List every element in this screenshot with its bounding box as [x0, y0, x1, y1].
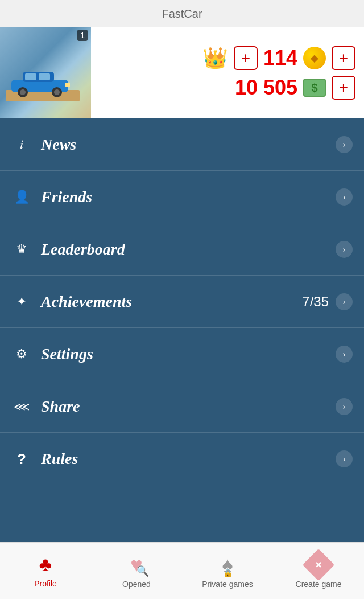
tab-opened-label: Opened [122, 580, 151, 589]
svg-rect-9 [65, 83, 70, 87]
svg-point-8 [54, 89, 60, 95]
coin-icon [303, 47, 326, 69]
menu-label-share: Share [41, 397, 336, 416]
menu-label-achievements: Achievements [41, 293, 302, 311]
add-money-button[interactable]: + [332, 76, 355, 100]
menu-item-settings[interactable]: ⚙ Settings › [0, 328, 364, 380]
tab-bar: ♣ Profile ♥ 🔍 Opened ♠ 🔒 Private games +… [0, 542, 364, 599]
rules-chevron: › [336, 450, 353, 467]
crown-icon: 👑 [202, 46, 228, 70]
tab-profile[interactable]: ♣ Profile [0, 543, 91, 599]
achievements-icon: ✦ [11, 294, 32, 309]
create-game-icon: + [307, 553, 330, 576]
money-icon [303, 79, 326, 97]
magnifier-icon: 🔍 [136, 565, 149, 577]
profile-image [0, 27, 91, 118]
tab-create-game-label: Create game [296, 580, 342, 589]
money-stat-row: 10 505 + [100, 76, 355, 100]
crown-stat-row: 👑 + 114 + [100, 46, 355, 70]
svg-rect-3 [25, 73, 36, 80]
opened-icon: ♥ 🔍 [125, 553, 148, 576]
add-coin-button[interactable]: + [332, 46, 355, 70]
club-icon: ♣ [39, 553, 52, 576]
news-chevron: › [336, 136, 353, 153]
menu-label-news: News [41, 136, 336, 154]
menu-label-rules: Rules [41, 450, 336, 468]
achievements-value: 7/35 [302, 294, 329, 310]
private-games-icon: ♠ 🔒 [216, 553, 239, 576]
achievements-chevron: › [336, 293, 353, 310]
profile-stats: 👑 + 114 + 10 505 + [91, 27, 364, 118]
share-icon: ⋘ [11, 400, 32, 413]
news-icon: 𝑖 [11, 137, 32, 152]
profile-header: 1 👑 + 114 + 10 505 + [0, 27, 364, 118]
friends-chevron: › [336, 188, 353, 206]
menu-item-friends[interactable]: 👤 Friends › [0, 171, 364, 223]
share-chevron: › [336, 398, 353, 415]
main-menu: 𝑖 News › 👤 Friends › ♛ Leaderboard › ✦ A… [0, 118, 364, 542]
friends-icon: 👤 [11, 190, 32, 204]
menu-label-leaderboard: Leaderboard [41, 240, 336, 259]
rules-icon: ? [11, 450, 32, 468]
leaderboard-icon: ♛ [11, 242, 32, 257]
settings-icon: ⚙ [11, 347, 32, 362]
money-value: 10 505 [235, 76, 297, 100]
tab-private-games-label: Private games [202, 580, 253, 589]
profile-photo[interactable]: 1 [0, 27, 91, 118]
menu-item-rules[interactable]: ? Rules › [0, 433, 364, 485]
menu-label-friends: Friends [41, 188, 336, 206]
svg-point-6 [20, 89, 26, 95]
crown-value: 114 [263, 46, 297, 70]
tab-opened[interactable]: ♥ 🔍 Opened [91, 543, 182, 599]
app-title: FastCar [162, 7, 202, 20]
tab-create-game[interactable]: + Create game [273, 543, 364, 599]
menu-item-leaderboard[interactable]: ♛ Leaderboard › [0, 223, 364, 276]
menu-item-share[interactable]: ⋘ Share › [0, 380, 364, 433]
menu-item-news[interactable]: 𝑖 News › [0, 118, 364, 171]
title-bar: FastCar [0, 0, 364, 27]
svg-rect-4 [39, 73, 50, 80]
settings-chevron: › [336, 346, 353, 363]
menu-label-settings: Settings [41, 345, 336, 363]
lock-icon: 🔒 [223, 568, 233, 577]
tab-private-games[interactable]: ♠ 🔒 Private games [182, 543, 273, 599]
tab-profile-label: Profile [34, 579, 57, 588]
photo-badge: 1 [77, 30, 88, 41]
menu-item-achievements[interactable]: ✦ Achievements 7/35 › [0, 276, 364, 328]
leaderboard-chevron: › [336, 241, 353, 258]
add-crown-button[interactable]: + [234, 46, 258, 70]
